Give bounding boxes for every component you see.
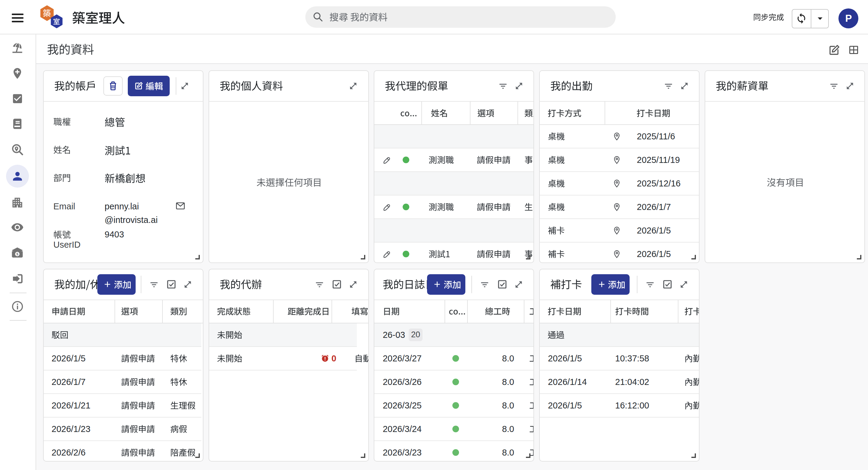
svg-text:$: $ <box>17 252 19 256</box>
